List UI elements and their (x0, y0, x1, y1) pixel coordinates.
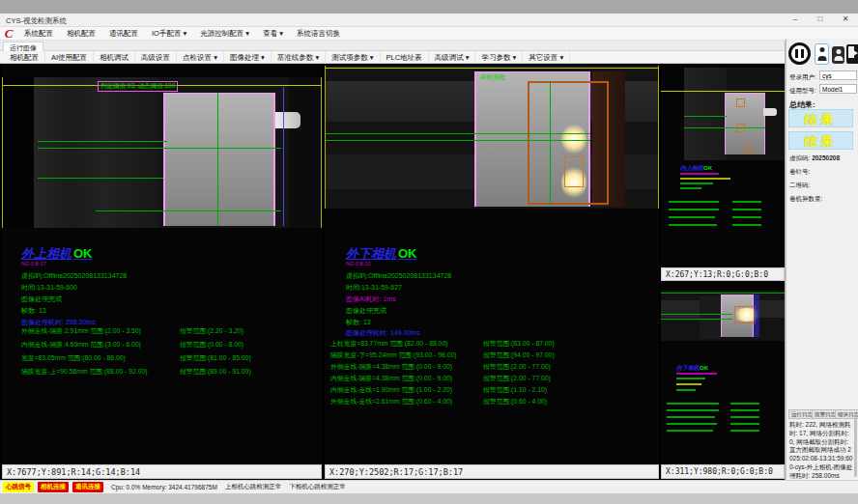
camera-view-inner-lower[interactable]: 内下相机OK (661, 281, 785, 464)
camera-title-inner-lower: 内下相机OK (676, 364, 708, 373)
camera-name-text: 外上相机 (21, 246, 72, 261)
measurement-name: 隔膜宽度-上=90.56mm 范围:(88.00 - 92.00) (21, 367, 148, 377)
measurement-alarm: 报警范围:(0.00 - 8.00) (180, 340, 243, 350)
measurement-name: 外侧走线-隔膜:2.91mm 范围:(2.00 - 3.50) (21, 326, 141, 336)
mini-measure-bar (732, 216, 761, 218)
camera-view-outer-lower[interactable]: AI检测框 外下相机OK NG:0,B:10 虚拟码:Offline202502… (325, 64, 659, 464)
mini-text-bar (680, 182, 713, 184)
log-scrollbar[interactable] (854, 417, 857, 477)
measurement-name: 外侧走线-隔膜=4.38mm 范围:(0.00 - 9.00) (330, 362, 452, 372)
tool-learn-params[interactable]: 学习参数 ▾ (475, 51, 523, 64)
close-icon[interactable]: ✕ (839, 14, 852, 23)
mini-measure-bar (669, 216, 715, 218)
mini-measure-bar (669, 201, 719, 203)
measurement-name: 外侧走线-走线=2.61mm 范围:(0.60 - 4.00) (330, 397, 452, 406)
tool-advanced-debug[interactable]: 高级调试 ▾ (429, 51, 476, 64)
menu-view[interactable]: 查看 ▾ (256, 27, 290, 41)
camera-name-text: 外下相机 (346, 246, 396, 261)
menu-io-config[interactable]: IO手配置 ▾ (145, 27, 193, 41)
pixel-status-outer-lower: X:270;Y:2502;R:17;G:17;B:17 (325, 464, 659, 479)
login-user-button[interactable] (815, 43, 829, 65)
menu-system-config[interactable]: 系统配置 (17, 27, 60, 41)
camera-connect-badge: 相机连接 (38, 482, 69, 492)
tab-strip: 运行图像 (0, 41, 785, 51)
tool-bar: 相机配置 AI使用配置 相机调试 高级设置 点检设置 ▾ 图像处理 ▾ 基准线参… (0, 51, 785, 64)
mini-text-bar (676, 378, 705, 379)
ng-count-text: NG:0,B:10 (346, 261, 371, 266)
tool-test-params[interactable]: 测试项参数 ▾ (326, 51, 380, 64)
abnormal-count-label: 卷机异数量: (789, 195, 822, 204)
comm-connect-badge: 通讯连接 (72, 482, 103, 492)
mini-measure-bar (667, 403, 719, 405)
camera-image-outer-lower[interactable]: AI检测框 (325, 66, 659, 209)
needle-number-label: 卷针号: (789, 168, 810, 177)
desktop-strip (0, 0, 858, 14)
process-done-text: 图像处理完成 (21, 294, 62, 304)
pause-button[interactable] (788, 42, 811, 65)
tool-baseline-params[interactable]: 基准线参数 ▾ (272, 51, 326, 64)
mini-measure-bar (732, 209, 761, 210)
login-user-input[interactable] (819, 70, 857, 80)
measurement-name: 内侧走线-隔膜=4.38mm 范围:(0.00 - 9.00) (330, 374, 452, 383)
tool-camera-debug[interactable]: 相机调试 (94, 51, 135, 64)
tool-ai-usage-config[interactable]: AI使用配置 (45, 51, 94, 64)
pixel-status-outer-upper: X:7677;Y:891;R:14;G:14;B:14 (2, 464, 322, 479)
battery-cell-region (163, 93, 275, 226)
qr-code-label: 二维码: (789, 182, 810, 190)
virtual-code-label: 虚拟码: 20250208 (789, 154, 840, 163)
menu-comm-config[interactable]: 通讯配置 (102, 27, 145, 41)
tool-image-processing[interactable]: 图像处理 ▾ (224, 51, 272, 64)
label-text: 虚拟码: (789, 154, 810, 161)
switch-user-button[interactable] (832, 46, 844, 64)
menu-light-config[interactable]: 光源控制配置 ▾ (193, 27, 256, 41)
time-text: 时间:13-31-59-627 (346, 283, 402, 293)
camera-image-inner-lower[interactable] (661, 291, 785, 341)
tool-advanced-settings[interactable]: 高级设置 (135, 51, 177, 64)
camera-image-outer-upper[interactable]: 判定阈值:93, 动态阈值:100 (2, 77, 322, 228)
camera-name-text: 内上相机 (680, 165, 703, 171)
ai-detect-rect-inner (564, 156, 584, 187)
model-input[interactable] (819, 84, 857, 94)
virtual-code-value: 20250208 (812, 154, 840, 161)
tool-spot-check[interactable]: 点检设置 ▾ (177, 51, 224, 64)
lower-camera-heartbeat-text: 下相机心跳检测正常 (289, 483, 346, 491)
elapsed-time-text: 图像处理耗时: 149.00ms (346, 328, 420, 338)
maximize-icon[interactable]: □ (814, 14, 827, 23)
ai-overlay-label: AI检测框 (478, 73, 507, 82)
tool-plc-address[interactable]: PLC地址表 (381, 51, 429, 64)
measurement-name: 内侧走线-隔膜:4.60mm 范围:(3.00 - 6.00) (21, 340, 141, 350)
title-bar: CYS-视觉检测系统 – □ ✕ (0, 14, 858, 27)
tool-camera-config[interactable]: 相机配置 (4, 51, 45, 64)
camera-image-inner-upper[interactable] (661, 68, 785, 160)
login-user-label: 登录用户: (789, 73, 816, 82)
result-box-upper: 结果 (788, 109, 853, 127)
mini-measure-bar (732, 201, 761, 203)
minimize-icon[interactable]: – (788, 14, 802, 23)
mini-measure-bar (730, 416, 759, 418)
status-bar: 心跳信号 相机连接 通讯连接 Cpu: 0.0% Memory: 3424.41… (0, 480, 858, 493)
camera-view-outer-upper[interactable]: 判定阈值:93, 动态阈值:100 外上相机OK NG:0,B:17 虚拟码:O… (2, 64, 322, 464)
virtual-code-text: 虚拟码:Offline20250208133134728 (21, 271, 127, 281)
window-controls: – □ ✕ (788, 14, 852, 23)
cpu-memory-text: Cpu: 0.0% Memory: 3424.41796875M (111, 484, 217, 490)
measurement-alarm: 报警范围:(81.00 - 85.00) (180, 353, 251, 363)
measurement-name: 上枕宽度=83.77mm 范围:(82.00 - 88.00) (330, 339, 447, 349)
mini-measure-bar (730, 403, 759, 405)
exit-button[interactable] (846, 44, 858, 64)
measurement-alarm: 报警范围:(1.10 - 2.10) (483, 385, 547, 395)
menu-bar: C 系统配置 相机配置 通讯配置 IO手配置 ▾ 光源控制配置 ▾ 查看 ▾ 系… (0, 27, 858, 41)
tab-run-image[interactable]: 运行图像 (3, 42, 43, 51)
pixel-status-inner-lower: X:311;Y:980;R:0;G:0;B:0 (661, 464, 785, 479)
tool-other-settings[interactable]: 其它设置 ▾ (523, 51, 570, 64)
process-done-text: 图像处理完成 (346, 306, 386, 316)
log-text: 耗时: 222, 网络检测耗时: 17, 网络分割耗时: 0, 网络截取分割耗时… (789, 421, 853, 480)
measurement-alarm: 报警范围:(2.00 - 77.00) (483, 374, 551, 383)
result-ok-text: OK (700, 365, 708, 371)
mini-measure-bar (669, 224, 717, 226)
mini-measure-bar (667, 430, 713, 432)
menu-language-switch[interactable]: 系统语言切换 (290, 27, 347, 41)
measurement-name: 宽度=83.05mm 范围:(80.00 - 86.00) (21, 353, 126, 363)
camera-view-inner-upper[interactable]: 内上相机OK (661, 64, 785, 267)
mini-measure-bar (667, 409, 719, 411)
menu-camera-config[interactable]: 相机配置 (60, 27, 102, 41)
